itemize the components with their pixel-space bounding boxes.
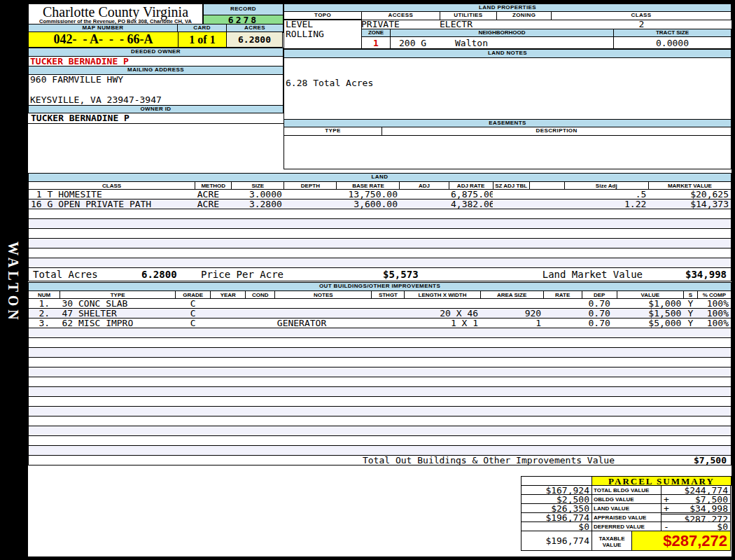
empty-row: [29, 407, 732, 416]
outbuilding-cell-grade: C: [176, 309, 211, 318]
taxable-value: $287,272: [631, 531, 731, 551]
outbuilding-cell-pct_comp: 100%: [697, 309, 731, 318]
empty-row: [29, 387, 732, 397]
out-buildings-total-row: Total Out Buildings & Other Improvements…: [28, 455, 732, 465]
empty-row-cell: [29, 407, 732, 416]
land-cell-depth: [284, 190, 337, 200]
land-col-header: SIZE: [232, 182, 284, 190]
map-card-acres-values: 042- - A- - - 66-A 1 of 1 6.2800: [28, 31, 284, 48]
empty-row-cell: [29, 377, 732, 387]
land-market-value-label: Land Market Value: [542, 269, 643, 280]
outbuilding-cell-s: Y: [683, 318, 697, 328]
sidebar-vertical-label: WALTON: [5, 241, 21, 323]
outbuilding-cell-value: $1,500: [617, 309, 683, 318]
outbuilding-col-header: AREA SIZE: [480, 291, 543, 299]
outbuilding-cell-dep: 0.70: [582, 318, 617, 328]
outbuilding-col-header: STHGT: [372, 291, 405, 299]
parcel-summary-left-value: $167,924: [521, 485, 592, 495]
outbuilding-cell-area_size: [480, 299, 543, 309]
tract-size-value: 0.0000: [614, 37, 731, 49]
owner-section: DEEDED OWNER TUCKER BERNADINE P MAILING …: [28, 48, 284, 124]
outbuilding-cell-grade: C: [176, 318, 211, 328]
price-per-acre-label: Price Per Acre: [201, 269, 383, 280]
empty-row: [29, 358, 732, 368]
outbuilding-cell-area_size: 1: [480, 318, 543, 328]
owner-id-value: TUCKER BERNADINE P: [28, 113, 284, 124]
land-cell-market_value: $14,373: [648, 200, 731, 209]
land-row: 16 G OPEN PRIVATE PATHACRE3.28003,600.00…: [29, 200, 732, 209]
topo-value: LEVEL ROLLING: [284, 19, 362, 49]
outbuilding-cell-rate: [543, 299, 582, 309]
empty-row-cell: [29, 416, 732, 426]
parcel-summary-right-value: +$34,998: [661, 503, 731, 513]
land-col-header: Size Adj: [564, 182, 648, 190]
outbuilding-cell-type: 47 SHELTER: [60, 309, 176, 318]
total-acres-label: Total Acres: [29, 269, 141, 280]
land-row: 1 T HOMESITEACRE3.000013,750.006,875.00.…: [29, 190, 732, 200]
outbuilding-col-header: DEP: [582, 291, 617, 299]
empty-row-cell: [29, 229, 732, 239]
land-col-header: DEPTH: [284, 182, 337, 190]
outbuilding-cell-rate: [543, 318, 582, 328]
outbuilding-cell-length_width: [405, 299, 480, 309]
operator: +: [664, 495, 669, 503]
land-column-headers: CLASSMETHODSIZEDEPTHBASE RATEADJADJ RATE…: [29, 182, 732, 190]
land-cell-depth: [284, 200, 337, 209]
outbuilding-cell-notes: [275, 299, 372, 309]
zone-label: ZONE: [362, 29, 390, 37]
outbuilding-row: 3.62 MISC IMPROCGENERATOR1 X 110.70$5,00…: [29, 318, 732, 328]
outbuilding-cell-num: 2.: [29, 309, 60, 318]
outbuilding-row: 2.47 SHELTERC20 X 469200.70$1,500Y100%: [29, 309, 732, 318]
outbuilding-cell-rate: [543, 309, 582, 318]
outbuilding-cell-sthgt: [372, 309, 405, 318]
parcel-summary-left-value: $0: [521, 522, 592, 531]
outbuilding-col-header: RATE: [543, 291, 582, 299]
parcel-summary-left-value: $26,350: [521, 503, 592, 513]
empty-row-cell: [29, 328, 732, 338]
land-cell-base_rate: 3,600.00: [337, 200, 400, 209]
parcel-summary-right-value: -$0: [661, 522, 731, 531]
empty-row: [29, 368, 732, 377]
land-col-header: CLASS: [29, 182, 195, 190]
empty-row-cell: [29, 209, 732, 219]
land-cell-size_adj: .5: [564, 190, 648, 200]
empty-row: [29, 426, 732, 436]
empty-row-cell: [29, 338, 732, 348]
out-buildings-total-value: $7,500: [615, 455, 731, 465]
land-col-header: ADJ RATE: [449, 182, 493, 190]
taxable-value-label: TAXABLE VALUE: [592, 531, 632, 551]
land-cell-blank: [529, 190, 564, 200]
tract-size-label: TRACT SIZE: [614, 29, 731, 37]
empty-row: [29, 328, 732, 338]
land-market-value: $34,998: [643, 269, 731, 280]
land-notes-section: LAND NOTES 6.28 Total Acres: [284, 49, 732, 120]
empty-row-cell: [29, 446, 732, 456]
land-cell-sz_adj_tbl: [493, 190, 529, 200]
land-cell-blank: [529, 200, 564, 209]
outbuilding-col-header: S: [683, 291, 697, 299]
out-buildings-total-label: Total Out Buildings & Other Improvements…: [363, 455, 615, 465]
outbuilding-cell-sthgt: [372, 299, 405, 309]
empty-row: [29, 397, 732, 407]
empty-row-cell: [29, 358, 732, 368]
outbuilding-cell-sthgt: [372, 318, 405, 328]
empty-row: [29, 446, 732, 456]
county-title-box: Charlotte County Virginia Commissioner o…: [28, 4, 203, 24]
outbuilding-col-header: TYPE: [60, 291, 176, 299]
outbuilding-cell-length_width: 1 X 1: [405, 318, 480, 328]
outbuilding-cell-dep: 0.70: [582, 309, 617, 318]
record-label: RECORD: [203, 4, 284, 15]
acres-value: 6.2800: [226, 31, 283, 48]
outbuilding-cell-year: [211, 318, 246, 328]
empty-row: [29, 338, 732, 348]
mailing-address-box: 960 FARMVILLE HWY KEYSVILLE, VA 23947-39…: [28, 74, 284, 106]
parcel-summary-label: APPRAISED VALUE: [592, 512, 662, 522]
outbuilding-col-header: VALUE: [617, 291, 683, 299]
land-col-header: MARKET VALUE: [648, 182, 731, 190]
parcel-summary-corner: [521, 476, 592, 486]
outbuilding-col-header: NUM: [29, 291, 60, 299]
outbuilding-cell-s: Y: [683, 299, 697, 309]
outbuilding-cell-pct_comp: 100%: [697, 318, 731, 328]
outbuilding-row: 1.30 CONC SLABC0.70$1,000Y100%: [29, 299, 732, 309]
outbuilding-cell-pct_comp: 100%: [697, 299, 731, 309]
